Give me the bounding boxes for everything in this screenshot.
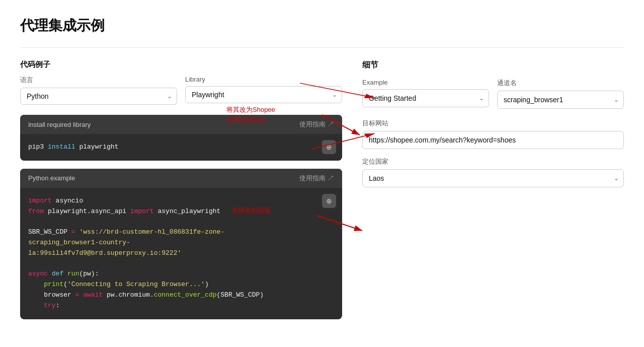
example-label: Example xyxy=(362,79,489,86)
example-group: Example Getting Started Data Extraction … xyxy=(362,79,489,109)
library-group: Library Playwright Selenium Puppeteer Sc… xyxy=(185,76,342,105)
python-code: import asyncio from playwright.async_api… xyxy=(28,196,334,311)
library-label: Library xyxy=(185,76,342,83)
example-select[interactable]: Getting Started Data Extraction Login Fl… xyxy=(362,89,489,107)
channel-select-wrapper: scraping_browser1 residential1 datacente… xyxy=(497,91,624,109)
install-code: pip3 install playwright xyxy=(28,142,334,153)
python-block-title: Python example xyxy=(28,174,75,182)
install-block-title: Install required library xyxy=(28,121,91,128)
language-select-wrapper: Python JavaScript Java C# ⌄ xyxy=(20,88,177,105)
language-group: 语言 Python JavaScript Java C# ⌄ xyxy=(20,76,177,105)
country-select[interactable]: Laos United States China Singapore Malay… xyxy=(362,169,624,187)
library-select[interactable]: Playwright Selenium Puppeteer Scrapy xyxy=(185,86,342,103)
install-copy-button[interactable]: ⊕ xyxy=(322,140,336,154)
library-select-wrapper: Playwright Selenium Puppeteer Scrapy ⌄ xyxy=(185,86,342,103)
python-block-header: Python example 使用指南 ↗ xyxy=(20,169,342,188)
target-label: 目标网站 xyxy=(362,119,624,128)
python-copy-button[interactable]: ⊕ xyxy=(322,194,336,208)
python-guide-link[interactable]: 使用指南 ↗ xyxy=(299,174,334,183)
left-panel: 代码例子 语言 Python JavaScript Java C# ⌄ xyxy=(20,60,342,327)
language-library-row: 语言 Python JavaScript Java C# ⌄ Library xyxy=(20,76,342,105)
target-url-group: 目标网站 xyxy=(362,119,624,149)
country-group: 定位国家 Laos United States China Singapore … xyxy=(362,157,624,187)
channel-group: 通道名 scraping_browser1 residential1 datac… xyxy=(497,79,624,109)
install-code-block: Install required library 使用指南 ↗ pip3 ins… xyxy=(20,115,342,161)
python-code-scroll[interactable]: import asyncio from playwright.async_api… xyxy=(28,196,334,311)
country-select-wrapper: Laos United States China Singapore Malay… xyxy=(362,169,624,187)
example-select-wrapper: Getting Started Data Extraction Login Fl… xyxy=(362,89,489,107)
install-guide-link[interactable]: 使用指南 ↗ xyxy=(299,120,334,129)
country-annotation-text: 选择老挝国家 xyxy=(231,205,271,216)
code-section-label: 代码例子 xyxy=(20,60,342,70)
country-label: 定位国家 xyxy=(362,157,624,166)
python-code-block: Python example 使用指南 ↗ import asyncio fro… xyxy=(20,169,342,319)
language-label: 语言 xyxy=(20,76,177,85)
channel-label: 通道名 xyxy=(497,79,624,88)
page-title: 代理集成示例 xyxy=(20,16,624,35)
example-channel-row: Example Getting Started Data Extraction … xyxy=(362,79,624,109)
python-block-body: import asyncio from playwright.async_api… xyxy=(20,188,342,319)
install-block-header: Install required library 使用指南 ↗ xyxy=(20,115,342,134)
details-section-title: 细节 xyxy=(362,60,624,71)
divider xyxy=(20,47,624,48)
target-url-input[interactable] xyxy=(362,131,624,149)
language-select[interactable]: Python JavaScript Java C# xyxy=(20,88,177,105)
install-block-body: pip3 install playwright ⊕ xyxy=(20,134,342,161)
channel-select[interactable]: scraping_browser1 residential1 datacente… xyxy=(497,91,624,109)
right-panel: 细节 Example Getting Started Data Extracti… xyxy=(362,60,624,195)
url-annotation-text: 将其改为Shopee的商品搜索url xyxy=(226,105,275,124)
